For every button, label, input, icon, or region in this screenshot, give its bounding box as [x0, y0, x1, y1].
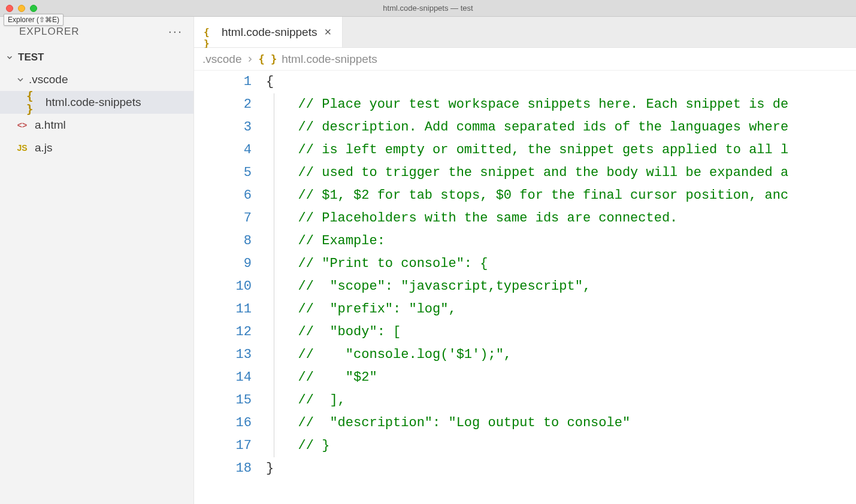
chevron-down-icon [5, 53, 14, 62]
tree-item-label: html.code-snippets [46, 96, 141, 109]
code-line[interactable]: // ], [266, 389, 856, 412]
breadcrumbs[interactable]: .vscode { } html.code-snippets [194, 48, 856, 71]
tree-file-snippets[interactable]: { } html.code-snippets [0, 91, 193, 114]
traffic-lights [6, 5, 37, 12]
close-icon[interactable]: × [323, 25, 332, 39]
code-line[interactable]: } [266, 457, 856, 480]
more-actions-icon[interactable]: ··· [168, 24, 183, 40]
line-number: 7 [194, 207, 252, 230]
code-line[interactable]: // "scope": "javascript,typescript", [266, 275, 856, 298]
file-tree: .vscode { } html.code-snippets <> a.html… [0, 68, 193, 159]
code-line[interactable]: // Place your test workspace snippets he… [266, 93, 856, 116]
line-number: 14 [194, 366, 252, 389]
code-line[interactable]: // "description": "Log output to console… [266, 412, 856, 435]
tree-item-label: a.html [35, 119, 66, 132]
editor-tabs: { } html.code-snippets × [194, 17, 856, 48]
window-zoom-button[interactable] [30, 5, 37, 12]
code-line[interactable]: // is left empty or omitted, the snippet… [266, 139, 856, 162]
line-number: 12 [194, 321, 252, 344]
window-title: html.code-snippets — test [383, 4, 473, 13]
code-editor[interactable]: 123456789101112131415161718 { // Place y… [194, 71, 856, 504]
line-number: 9 [194, 253, 252, 275]
tree-folder-vscode[interactable]: .vscode [0, 68, 193, 91]
line-number-gutter: 123456789101112131415161718 [194, 71, 266, 504]
explorer-sidebar: EXPLORER ··· TEST .vscode { } html.code-… [0, 17, 194, 504]
line-number: 5 [194, 162, 252, 184]
code-line[interactable]: // used to trigger the snippet and the b… [266, 162, 856, 184]
line-number: 13 [194, 344, 252, 366]
code-line[interactable]: { [266, 71, 856, 93]
line-number: 2 [194, 93, 252, 116]
chevron-right-icon [246, 53, 253, 66]
braces-icon: { } [258, 53, 277, 65]
code-line[interactable]: // "prefix": "log", [266, 298, 856, 321]
line-number: 3 [194, 116, 252, 139]
line-number: 11 [194, 298, 252, 321]
code-line[interactable]: // "console.log('$1');", [266, 344, 856, 366]
js-file-icon: JS [16, 141, 29, 154]
code-line[interactable]: // Example: [266, 230, 856, 253]
braces-icon: { } [26, 96, 40, 109]
code-line[interactable]: // $1, $2 for tab stops, $0 for the fina… [266, 184, 856, 207]
code-area[interactable]: { // Place your test workspace snippets … [266, 71, 856, 504]
tree-item-label: .vscode [29, 73, 68, 86]
tree-file-ahtml[interactable]: <> a.html [0, 114, 193, 136]
breadcrumb-folder[interactable]: .vscode [202, 53, 241, 66]
editor-group: { } html.code-snippets × .vscode { } htm… [194, 17, 856, 504]
line-number: 17 [194, 435, 252, 457]
workspace-name: TEST [18, 51, 44, 63]
tab-label: html.code-snippets [222, 26, 317, 39]
html-file-icon: <> [16, 119, 29, 132]
tree-file-ajs[interactable]: JS a.js [0, 136, 193, 159]
explorer-tooltip: Explorer (⇧⌘E) [4, 14, 63, 26]
line-number: 18 [194, 457, 252, 480]
chevron-down-icon [16, 75, 25, 84]
window-minimize-button[interactable] [18, 5, 25, 12]
braces-icon: { } [204, 26, 216, 38]
code-line[interactable]: // "body": [ [266, 321, 856, 344]
titlebar: html.code-snippets — test [0, 0, 856, 17]
line-number: 16 [194, 412, 252, 435]
sidebar-title: EXPLORER [19, 26, 80, 38]
code-line[interactable]: // "Print to console": { [266, 253, 856, 275]
tab-html-code-snippets[interactable]: { } html.code-snippets × [194, 17, 343, 47]
line-number: 10 [194, 275, 252, 298]
line-number: 15 [194, 389, 252, 412]
workspace-section-header[interactable]: TEST [0, 47, 193, 68]
tree-item-label: a.js [35, 141, 53, 154]
code-line[interactable]: // Placeholders with the same ids are co… [266, 207, 856, 230]
code-line[interactable]: // description. Add comma separated ids … [266, 116, 856, 139]
window-close-button[interactable] [6, 5, 13, 12]
line-number: 1 [194, 71, 252, 93]
line-number: 8 [194, 230, 252, 253]
line-number: 4 [194, 139, 252, 162]
code-line[interactable]: // "$2" [266, 366, 856, 389]
code-line[interactable]: // } [266, 435, 856, 457]
line-number: 6 [194, 184, 252, 207]
breadcrumb-file[interactable]: html.code-snippets [282, 53, 377, 66]
